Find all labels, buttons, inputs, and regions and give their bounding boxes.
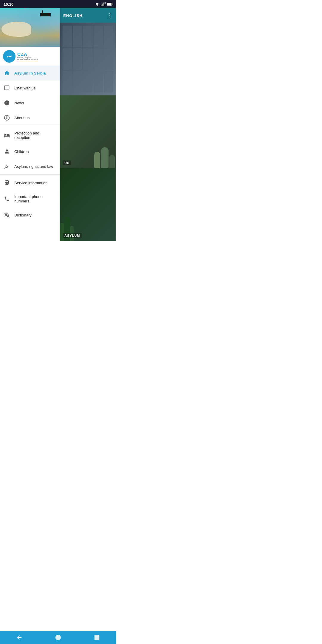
home-icon bbox=[4, 70, 10, 76]
logo-cza-text: CZA bbox=[17, 52, 38, 57]
svg-point-11 bbox=[6, 149, 8, 151]
drawer-header-image bbox=[0, 8, 60, 47]
nav-label-service-information: Service information bbox=[14, 181, 47, 185]
content-card-2: US bbox=[60, 95, 116, 168]
content-card-3: ASYLUM bbox=[60, 168, 116, 241]
card-3-label: ASYLUM bbox=[63, 233, 82, 238]
cza-logo-icon bbox=[5, 52, 13, 61]
nav-item-chat-with-us[interactable]: Chat with us bbox=[0, 80, 60, 95]
signal-icon bbox=[101, 2, 106, 6]
svg-rect-1 bbox=[102, 4, 102, 6]
main-content: ENGLISH ⋮ bbox=[60, 8, 116, 241]
content-cards: US ASYLUM bbox=[60, 23, 116, 241]
nav-label-news: News bbox=[14, 101, 24, 105]
nav-item-important-phone-numbers[interactable]: Important phone numbers bbox=[0, 190, 60, 208]
news-icon bbox=[4, 100, 10, 106]
nav-item-children[interactable]: Children bbox=[0, 144, 60, 159]
content-card-1 bbox=[60, 23, 116, 95]
logo-subtitle2: I POMOĆ TRAŽIOCIMA AZILA bbox=[17, 58, 38, 60]
island-shape bbox=[1, 22, 31, 37]
ship-silhouette bbox=[40, 13, 51, 16]
svg-rect-8 bbox=[107, 3, 111, 5]
svg-rect-3 bbox=[104, 2, 104, 6]
nav-label-children: Children bbox=[14, 149, 29, 154]
translate-icon bbox=[4, 212, 10, 218]
nav-divider-2 bbox=[0, 174, 60, 175]
navigation-drawer: CZA CENTAR ZA ZAŠTITU I POMOĆ TRAŽIOCIMA… bbox=[0, 8, 60, 241]
more-options-icon[interactable]: ⋮ bbox=[107, 13, 113, 18]
nav-label-asylum-in-serbia: Asylum in Serbia bbox=[14, 71, 46, 75]
status-time: 10:10 bbox=[4, 2, 13, 7]
nav-item-asylum-rights-law[interactable]: Asylum, rights and law bbox=[0, 159, 60, 174]
nav-label-about-us: About us bbox=[14, 116, 30, 120]
nav-label-dictionary: Dictionary bbox=[14, 213, 32, 217]
card-2-label: US bbox=[63, 160, 71, 165]
nav-label-asylum-rights-law: Asylum, rights and law bbox=[14, 164, 53, 169]
status-bar: 10:10 bbox=[0, 0, 116, 8]
language-label[interactable]: ENGLISH bbox=[63, 13, 83, 18]
about-icon bbox=[4, 114, 10, 121]
nav-item-service-information[interactable]: Service information bbox=[0, 175, 60, 190]
nav-item-about-us[interactable]: About us bbox=[0, 110, 60, 125]
wifi-icon bbox=[95, 2, 100, 6]
svg-rect-7 bbox=[112, 4, 113, 5]
law-icon bbox=[4, 163, 10, 170]
nav-divider-1 bbox=[0, 126, 60, 126]
chat-icon bbox=[4, 85, 10, 91]
bed-icon bbox=[4, 132, 10, 139]
phone-icon bbox=[4, 196, 10, 202]
svg-rect-0 bbox=[101, 5, 101, 6]
nav-label-chat-with-us: Chat with us bbox=[14, 86, 36, 90]
nav-label-protection-reception: Protection and reception bbox=[14, 131, 56, 140]
top-bar: ENGLISH ⋮ bbox=[60, 8, 116, 23]
nav-item-news[interactable]: News bbox=[0, 95, 60, 110]
nav-item-protection-and-reception[interactable]: Protection and reception bbox=[0, 127, 60, 144]
nav-item-asylum-in-serbia[interactable]: Asylum in Serbia bbox=[0, 66, 60, 80]
logo-circle bbox=[3, 50, 16, 63]
nav-item-dictionary[interactable]: Dictionary bbox=[0, 208, 60, 222]
child-icon bbox=[4, 148, 10, 155]
nav-label-important-phone-numbers: Important phone numbers bbox=[14, 194, 56, 203]
logo-text: CZA CENTAR ZA ZAŠTITU I POMOĆ TRAŽIOCIMA… bbox=[17, 52, 38, 61]
battery-icon bbox=[107, 2, 113, 6]
logo-line bbox=[17, 61, 38, 61]
status-icons bbox=[95, 2, 113, 6]
train-icon bbox=[4, 179, 10, 186]
svg-rect-2 bbox=[103, 3, 103, 6]
logo-bar: CZA CENTAR ZA ZAŠTITU I POMOĆ TRAŽIOCIMA… bbox=[0, 47, 60, 66]
